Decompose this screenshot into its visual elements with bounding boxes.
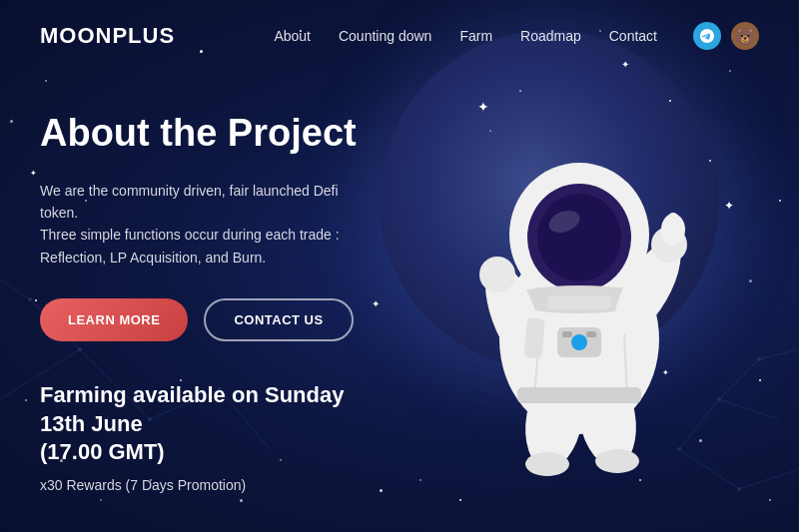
nav-counting-down[interactable]: Counting down xyxy=(339,28,431,44)
hero-title: About the Project xyxy=(40,112,380,156)
svg-point-27 xyxy=(571,334,587,350)
hero-description: We are the community driven, fair launch… xyxy=(40,180,380,269)
nav-contact[interactable]: Contact xyxy=(609,28,657,44)
svg-rect-44 xyxy=(524,317,545,358)
hero-desc-line2: Three simple functions occur during each… xyxy=(40,227,340,243)
astronaut-illustration xyxy=(380,60,759,479)
nav-social-icons: 🐻 xyxy=(693,22,759,50)
main-content: About the Project We are the community d… xyxy=(0,72,419,493)
svg-rect-28 xyxy=(562,331,572,337)
svg-point-39 xyxy=(595,449,639,473)
svg-rect-40 xyxy=(547,295,611,309)
nav-links: About Counting down Farm Roadmap Contact… xyxy=(274,22,759,50)
hero-desc-line3: Reflection, LP Acquisition, and Burn. xyxy=(40,250,266,266)
farming-title: Farming available on Sunday 13th June(17… xyxy=(40,381,380,467)
cta-buttons: LEARN MORE CONTACT US xyxy=(40,298,380,341)
nav-about[interactable]: About xyxy=(274,28,311,44)
svg-point-23 xyxy=(537,194,621,281)
hero-desc-line1: We are the community driven, fair launch… xyxy=(40,183,339,221)
logo[interactable]: MOONPLUS xyxy=(40,23,175,49)
farming-subtitle: x30 Rewards (7 Days Promotion) xyxy=(40,477,380,493)
svg-rect-35 xyxy=(668,213,678,231)
nav-roadmap[interactable]: Roadmap xyxy=(520,28,581,44)
svg-rect-29 xyxy=(586,331,596,337)
svg-point-37 xyxy=(525,452,569,476)
svg-point-19 xyxy=(737,487,741,491)
bear-icon[interactable]: 🐻 xyxy=(731,22,759,50)
nav-farm[interactable]: Farm xyxy=(459,28,492,44)
svg-rect-43 xyxy=(517,387,641,403)
contact-us-button[interactable]: CONTACT US xyxy=(204,298,353,341)
learn-more-button[interactable]: LEARN MORE xyxy=(40,298,188,341)
svg-point-31 xyxy=(479,257,515,292)
navigation: MOONPLUS About Counting down Farm Roadma… xyxy=(0,0,799,72)
svg-line-11 xyxy=(759,349,799,359)
telegram-icon[interactable] xyxy=(693,22,721,50)
